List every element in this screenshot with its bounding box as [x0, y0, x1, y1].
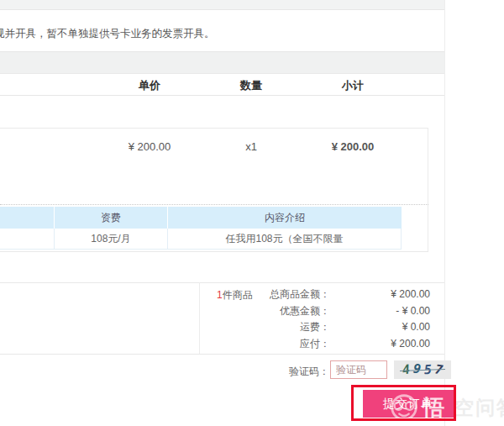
column-header-subtotal: 小计	[342, 78, 364, 93]
dotted-separator	[0, 204, 428, 205]
item-unit-price: ¥ 200.00	[129, 140, 171, 153]
column-header-quantity: 数量	[240, 78, 262, 93]
submit-order-button[interactable]: 提交订单	[363, 390, 454, 418]
column-header-unit-price: 单价	[139, 78, 160, 93]
package-detail-table: 资费 内容介绍 108元/月 任我用108元（全国不限量	[0, 207, 402, 250]
item-subtotal: ¥ 200.00	[332, 140, 375, 153]
summary-label: 应付：	[199, 338, 330, 355]
summary-label: 优惠金额：	[199, 305, 330, 322]
order-table-header: 单价 数量 小计	[0, 74, 444, 96]
captcha-digit: 5	[423, 362, 432, 378]
summary-row-total: 总商品金额： ¥ 200.00	[199, 288, 430, 305]
order-item-row: ¥ 200.00 x1 ¥ 200.00 资费 内容介绍 108元/月 任我用1…	[0, 128, 428, 252]
captcha-label: 验证码：	[252, 365, 329, 379]
summary-label: 总商品金额：	[199, 288, 330, 305]
summary-row-discount: 优惠金额： - ¥ 0.00	[199, 305, 430, 322]
summary-label: 运费：	[199, 321, 330, 338]
captcha-input[interactable]	[330, 360, 387, 379]
summary-bottom-border	[0, 354, 444, 355]
watermark-text-on-white: 空问答	[454, 395, 504, 421]
top-toolbar-strip	[0, 0, 444, 10]
section-header-band	[0, 51, 444, 74]
captcha-digit: 7	[434, 361, 444, 377]
item-quantity: x1	[245, 140, 257, 153]
summary-row-payable: 应付： ¥ 200.00	[199, 338, 430, 355]
summary-top-border	[0, 282, 444, 283]
checkout-page: 规并开具，暂不单独提供号卡业务的发票开具。 单价 数量 小计 ¥ 200.00 …	[0, 0, 504, 426]
summary-value: - ¥ 0.00	[330, 305, 430, 322]
order-summary: 总商品金额： ¥ 200.00 优惠金额： - ¥ 0.00 运费： ¥ 0.0…	[199, 288, 430, 354]
captcha-digit: 4	[402, 361, 411, 377]
package-cell-intro: 任我用108元（全国不限量	[168, 229, 402, 250]
package-header-fee: 资费	[55, 207, 168, 229]
package-cell-fee: 108元/月	[55, 229, 168, 250]
invoice-notice-text: 规并开具，暂不单独提供号卡业务的发票开具。	[0, 27, 215, 41]
summary-row-shipping: 运费： ¥ 0.00	[199, 321, 430, 338]
summary-value: ¥ 200.00	[330, 288, 430, 305]
package-table-row: 108元/月 任我用108元（全国不限量	[0, 229, 402, 250]
package-cell-blank	[0, 229, 55, 250]
summary-value: ¥ 200.00	[330, 338, 430, 355]
package-table-header: 资费 内容介绍	[0, 207, 402, 229]
captcha-digit: 9	[412, 361, 422, 377]
package-header-intro: 内容介绍	[168, 207, 402, 229]
captcha-image[interactable]: 4957	[394, 360, 451, 379]
summary-value: ¥ 0.00	[330, 321, 430, 338]
package-header-blank	[0, 207, 55, 229]
